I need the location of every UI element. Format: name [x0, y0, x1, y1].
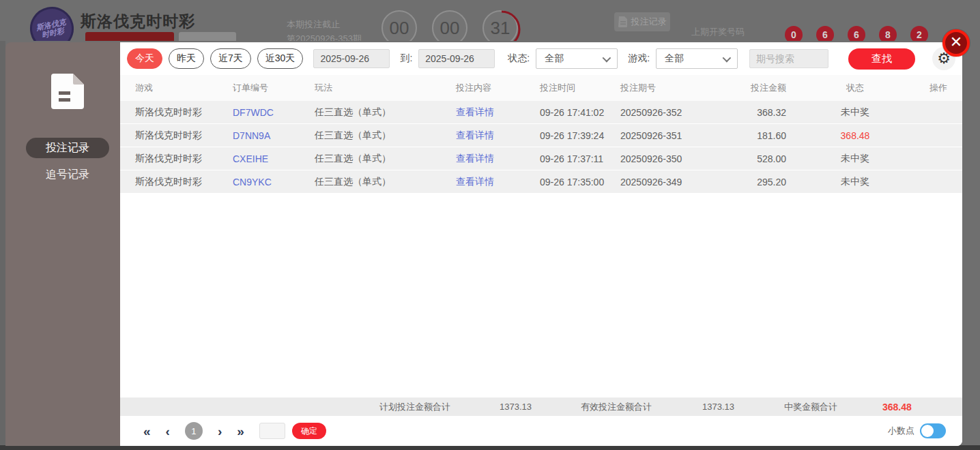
status-label: 状态: [508, 52, 530, 65]
last-draw-numbers: 0 6 6 8 2 [785, 26, 928, 41]
valid-total-label: 有效投注金额合计 [581, 401, 652, 413]
draw-ball: 6 [816, 26, 834, 41]
table-header-row: 游戏 订单编号 玩法 投注内容 投注时间 投注期号 投注金额 状态 操作 [120, 75, 962, 101]
pagination-bar: « ‹ 1 › » 确定 小数点 [120, 416, 962, 446]
decimal-toggle-label: 小数点 [888, 425, 914, 437]
backdrop-bottom-strip [0, 445, 980, 450]
cell-view-details-link[interactable]: 查看详情 [456, 176, 540, 188]
bet-record-button[interactable]: 投注记录 [614, 12, 670, 31]
cell-game: 斯洛伐克时时彩 [135, 106, 233, 119]
cell-amount: 528.00 [718, 153, 786, 164]
col-amount: 投注金额 [718, 82, 786, 94]
page-header-dimmed: 斯洛伐克时时彩 斯洛伐克时时彩 本期投注截止 第20250926-353期 00… [0, 0, 980, 41]
cell-period: 20250926-349 [620, 177, 718, 188]
filter-bar: 今天 昨天 近7天 近30天 到: 状态: 全部 游戏: 全部 查找 ⚙ [120, 42, 962, 75]
cell-amount: 181.60 [718, 130, 786, 141]
cell-order-id-link[interactable]: CXEIHE [233, 153, 315, 164]
decimal-toggle[interactable] [920, 423, 946, 438]
cell-play: 任三直选（单式） [315, 106, 456, 119]
deadline-label: 本期投注截止 [287, 18, 340, 31]
sidebar-item-bet-records[interactable]: 投注记录 [26, 138, 109, 158]
table-row: 斯洛伐克时时彩 CN9YKC 任三直选（单式） 查看详情 09-26 17:35… [120, 170, 962, 194]
game-select[interactable]: 全部 [656, 48, 738, 69]
cell-view-details-link[interactable]: 查看详情 [456, 130, 540, 142]
countdown-seconds: 31 [482, 10, 518, 41]
cell-amount: 295.20 [718, 177, 786, 188]
countdown: 00 00 31 [381, 10, 518, 41]
range-30days-button[interactable]: 近30天 [257, 48, 304, 69]
draw-ball: 2 [910, 26, 928, 41]
cell-play: 任三直选（单式） [315, 153, 456, 165]
col-status: 状态 [786, 82, 924, 94]
prev-page-button[interactable]: ‹ [166, 425, 170, 438]
document-icon [618, 16, 628, 27]
sidebar-item-chase-records[interactable]: 追号记录 [26, 164, 109, 185]
backdrop-left-strip [0, 41, 5, 446]
last-draw-label: 上期开奖号码 [691, 26, 745, 38]
cell-time: 09-26 17:35:00 [540, 177, 620, 188]
toggle-knob [921, 425, 934, 437]
cell-play: 任三直选（单式） [315, 176, 456, 188]
status-select[interactable]: 全部 [536, 48, 618, 69]
cell-period: 20250926-352 [620, 107, 718, 118]
cell-order-id-link[interactable]: DF7WDC [233, 107, 315, 118]
lottery-logo: 斯洛伐克时时彩 [26, 3, 78, 41]
cell-view-details-link[interactable]: 查看详情 [456, 153, 540, 165]
play-tab-red[interactable] [85, 32, 174, 41]
modal-sidebar: 投注记录 追号记录 [5, 42, 120, 446]
close-icon: ✕ [950, 35, 962, 50]
table-empty-area [120, 194, 962, 397]
plan-total-value: 1373.13 [500, 402, 532, 412]
table-row: 斯洛伐克时时彩 CXEIHE 任三直选（单式） 查看详情 09-26 17:37… [120, 147, 962, 170]
col-content: 投注内容 [456, 82, 540, 94]
col-game: 游戏 [135, 82, 233, 94]
search-button[interactable]: 查找 [848, 48, 915, 70]
col-order-id: 订单编号 [233, 82, 315, 94]
cell-order-id-link[interactable]: CN9YKC [233, 177, 315, 188]
countdown-minutes: 00 [432, 10, 467, 41]
range-today-button[interactable]: 今天 [127, 48, 162, 69]
col-action: 操作 [924, 82, 947, 94]
col-time: 投注时间 [540, 82, 620, 94]
next-page-button[interactable]: › [218, 425, 222, 438]
range-7days-button[interactable]: 近7天 [210, 48, 251, 69]
draw-ball: 0 [785, 26, 803, 41]
cell-status-win-amount: 368.48 [786, 130, 924, 141]
page-number-input[interactable] [259, 423, 285, 439]
first-page-button[interactable]: « [143, 425, 151, 438]
date-to-input[interactable] [418, 49, 495, 68]
table-row: 斯洛伐克时时彩 D7NN9A 任三直选（单式） 查看详情 09-26 17:39… [120, 124, 962, 147]
cell-view-details-link[interactable]: 查看详情 [456, 106, 540, 119]
cell-amount: 368.32 [718, 107, 786, 118]
win-total-value: 368.48 [882, 402, 912, 412]
cell-time: 09-26 17:37:11 [540, 153, 620, 164]
period-search-input[interactable] [749, 49, 828, 68]
col-play: 玩法 [315, 82, 456, 94]
cell-period: 20250926-350 [620, 153, 718, 164]
cell-status: 未中奖 [786, 106, 924, 119]
valid-total-value: 1373.13 [702, 402, 734, 412]
current-page-button[interactable]: 1 [185, 422, 203, 440]
cell-status: 未中奖 [786, 153, 924, 165]
draw-ball: 8 [879, 26, 897, 41]
last-page-button[interactable]: » [237, 425, 244, 438]
chevron-down-icon [723, 53, 732, 62]
confirm-page-button[interactable]: 确定 [292, 423, 326, 439]
document-icon [51, 74, 84, 109]
cell-time: 09-26 17:41:02 [540, 107, 620, 118]
countdown-hours: 00 [381, 10, 417, 41]
range-yesterday-button[interactable]: 昨天 [169, 48, 204, 69]
countdown-progress-arc [482, 10, 521, 41]
bet-records-table: 游戏 订单编号 玩法 投注内容 投注时间 投注期号 投注金额 状态 操作 斯洛伐… [120, 75, 962, 397]
page-title: 斯洛伐克时时彩 [81, 11, 195, 32]
cell-order-id-link[interactable]: D7NN9A [233, 130, 315, 141]
date-from-input[interactable] [313, 49, 390, 68]
plan-total-label: 计划投注金额合计 [379, 401, 450, 413]
play-tab-grey[interactable] [179, 32, 236, 41]
cell-game: 斯洛伐克时时彩 [135, 130, 233, 142]
col-period: 投注期号 [620, 82, 718, 94]
close-modal-button[interactable]: ✕ [942, 29, 970, 57]
draw-ball: 6 [848, 26, 865, 41]
cell-status: 未中奖 [786, 176, 924, 188]
cell-period: 20250926-351 [620, 130, 718, 141]
